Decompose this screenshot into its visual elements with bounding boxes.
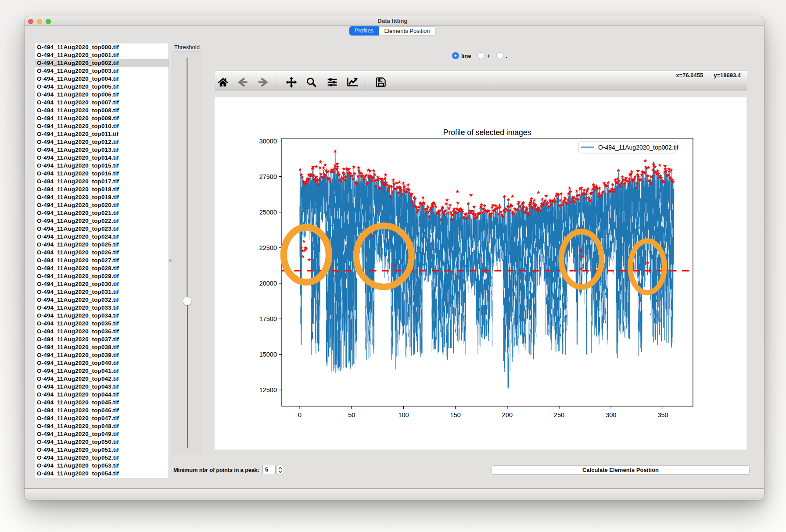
svg-text:27500: 27500 (259, 173, 277, 180)
svg-text:0: 0 (298, 411, 301, 418)
svg-text:O-494_11Aug2020_top002.tif: O-494_11Aug2020_top002.tif (598, 144, 678, 151)
svg-text:100: 100 (398, 411, 409, 418)
svg-text:250: 250 (554, 411, 564, 418)
svg-text:Profile of selected images: Profile of selected images (443, 128, 531, 137)
svg-text:200: 200 (502, 411, 513, 418)
svg-text:12500: 12500 (259, 386, 277, 393)
svg-text:300: 300 (606, 411, 616, 418)
svg-text:20000: 20000 (259, 280, 277, 287)
svg-text:50: 50 (348, 411, 355, 418)
svg-text:17500: 17500 (259, 315, 277, 322)
svg-text:30000: 30000 (259, 138, 277, 145)
svg-text:150: 150 (450, 411, 461, 418)
svg-text:350: 350 (657, 411, 668, 418)
svg-text:25000: 25000 (259, 209, 277, 216)
svg-text:22500: 22500 (259, 244, 277, 251)
svg-text:15000: 15000 (259, 351, 277, 358)
